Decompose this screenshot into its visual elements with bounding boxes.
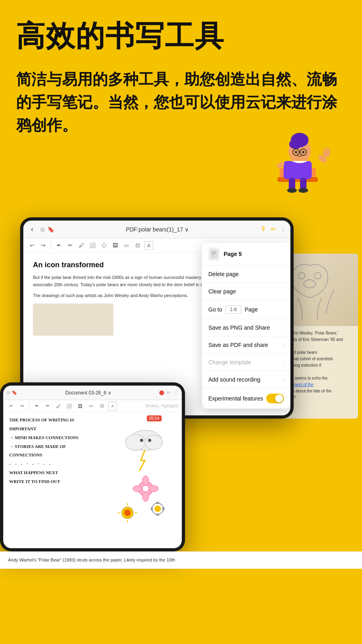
svg-point-34: [124, 510, 131, 516]
link-2[interactable]: ⊡: [97, 402, 106, 411]
dropdown-menu: Page 5 Delete page Clear page Go to Page: [202, 243, 290, 409]
grid-icon-2[interactable]: ⊞: [6, 390, 10, 395]
document-title: PDF:polar bears(1)_17 ∨: [58, 226, 257, 233]
svg-point-47: [142, 476, 149, 485]
svg-point-40: [154, 506, 161, 512]
doc2-title: Document 03-26_6 ∨: [20, 390, 157, 396]
goto-row: Go to Page: [208, 305, 258, 314]
image-icon[interactable]: 🖼: [111, 241, 119, 250]
svg-line-6: [324, 149, 325, 151]
clear-page-label: Clear page: [208, 288, 236, 295]
tablet-main-toolbar: ‹ ⊞ 🔖 PDF:polar bears(1)_17 ∨ 🎙 ✏ ⋮: [23, 221, 290, 238]
microphone-icon[interactable]: 🎙: [260, 225, 267, 233]
menu-item-change-template[interactable]: Change template ›: [202, 354, 290, 371]
grid-icon[interactable]: ⊞: [40, 226, 45, 233]
more-icon-2[interactable]: ⋮: [173, 390, 179, 396]
save-pdf-label: Save as PDF and share: [208, 342, 268, 348]
pen-icon[interactable]: ✏: [271, 225, 276, 233]
pencil-2[interactable]: ✏: [43, 402, 52, 411]
goto-input[interactable]: [225, 305, 241, 314]
doodle-svg: [105, 420, 178, 537]
redo-icon[interactable]: ↪: [39, 241, 47, 250]
svg-point-16: [302, 151, 304, 153]
lasso-icon[interactable]: ⬡: [99, 241, 108, 250]
eraser-icon[interactable]: ⬜: [88, 241, 97, 250]
menu-item-save-pdf[interactable]: Save as PDF and share ›: [202, 336, 290, 354]
bottom-bar: Andy Warhol's "Polar Bear" (1983) struts…: [0, 551, 362, 569]
undo-icon-2[interactable]: ↩: [6, 402, 15, 411]
svg-line-8: [329, 149, 329, 152]
svg-rect-21: [211, 250, 217, 258]
svg-point-27: [304, 280, 316, 288]
pen-tool-2[interactable]: ✒: [32, 402, 41, 411]
menu-item-goto[interactable]: Go to Page: [202, 300, 290, 319]
experimental-label: Experimental features: [208, 395, 263, 402]
svg-point-50: [149, 485, 158, 492]
chevron-icon-3: ›: [282, 359, 284, 365]
menu-item-add-sound[interactable]: Add sound recording ›: [202, 371, 290, 388]
image-icon-2[interactable]: 🖼: [76, 402, 84, 411]
subtitle: 简洁与易用的多种工具，助您创造出自然、流畅的手写笔记。当然，您也可以使用云记来进…: [16, 68, 346, 137]
experimental-toggle[interactable]: [266, 394, 284, 403]
svg-rect-2: [284, 161, 312, 179]
svg-point-46: [142, 485, 149, 492]
more-options-icon[interactable]: ⋮: [280, 225, 286, 233]
pen-icon-2[interactable]: ✏: [167, 390, 171, 396]
svg-point-32: [148, 439, 151, 442]
svg-point-48: [142, 492, 149, 502]
redo-icon-2[interactable]: ↪: [17, 402, 26, 411]
svg-point-30: [145, 435, 162, 450]
save-png-label: Save as PNG and Share: [208, 324, 270, 331]
font-icon[interactable]: A: [144, 241, 153, 250]
svg-rect-43: [151, 507, 153, 510]
toolbar-right-icons: 🎙 ✏ ⋮: [260, 225, 286, 233]
chevron-icon: ›: [282, 325, 284, 330]
header-section: 高效的书写工具 简洁与易用的多种工具，助您创造出自然、流畅的手写笔记。当然，您也…: [0, 0, 362, 201]
tablet-second-screen: ⊞ 🔖 Document 03-26_6 ∨ ✏ ⋮ ↩ ↪ ✒ ✏ 🖊 ⬜: [3, 386, 182, 548]
svg-point-26: [315, 272, 321, 279]
svg-point-19: [287, 188, 297, 193]
menu-item-save-png[interactable]: Save as PNG and Share ›: [202, 319, 290, 336]
pencil-icon[interactable]: ✏: [66, 241, 74, 250]
menu-item-clear-page[interactable]: Clear page: [202, 283, 290, 300]
text-box-icon[interactable]: ▭: [122, 241, 131, 250]
svg-point-29: [125, 434, 146, 450]
doodle-illustrations: [105, 420, 178, 541]
delete-page-label: Delete page: [208, 271, 239, 277]
record-indicator: [159, 390, 164, 395]
toolbar-grid-icons: ⊞ 🔖: [40, 226, 54, 233]
text-box-2[interactable]: ▭: [86, 402, 95, 411]
svg-line-7: [327, 148, 327, 151]
undo-icon[interactable]: ↩: [27, 241, 36, 250]
strokes-label: Strokes, Highlights: [145, 404, 179, 408]
menu-page-label: Page 5: [224, 251, 242, 257]
svg-rect-42: [156, 514, 159, 516]
tb2-grid-icons: ⊞ 🔖: [6, 390, 17, 395]
highlighter-2[interactable]: 🖊: [54, 402, 63, 411]
link-icon[interactable]: ⊡: [133, 241, 142, 250]
menu-item-delete-page[interactable]: Delete page: [202, 266, 290, 283]
toolbar-divider: [51, 242, 51, 250]
menu-header: Page 5: [202, 243, 290, 266]
menu-item-experimental[interactable]: Experimental features: [202, 388, 290, 409]
highlighter-icon[interactable]: 🖊: [77, 241, 86, 250]
back-button[interactable]: ‹: [27, 225, 37, 234]
eraser-2[interactable]: ⬜: [65, 402, 74, 411]
doc-image: [33, 303, 113, 336]
add-sound-label: Add sound recording: [208, 376, 260, 383]
goto-label: Go to: [208, 306, 222, 313]
draw-toolbar2: ↩ ↪ ✒ ✏ 🖊 ⬜ 🖼 ▭ ⊡ A Strokes, Highlights: [3, 400, 182, 412]
pen-tool-icon[interactable]: ✒: [54, 241, 63, 250]
bottom-bar-text: Andy Warhol's "Polar Bear" (1983) struts…: [8, 557, 354, 564]
page-text-label: Page: [245, 306, 258, 313]
tablet2-toolbar: ⊞ 🔖 Document 03-26_6 ∨ ✏ ⋮: [3, 386, 182, 400]
toggle-knob: [275, 394, 283, 402]
font-icon-2[interactable]: A: [108, 402, 117, 411]
svg-point-25: [298, 272, 305, 279]
page-icon: [208, 248, 220, 260]
bookmark-icon[interactable]: 🔖: [47, 226, 54, 233]
bookmark-icon-2[interactable]: 🔖: [12, 390, 17, 395]
devices-container: ‹ ⊞ 🔖 PDF:polar bears(1)_17 ∨ 🎙 ✏ ⋮ ↩ ↪ …: [0, 205, 362, 551]
character-illustration: [16, 145, 346, 193]
svg-point-11: [289, 139, 302, 149]
